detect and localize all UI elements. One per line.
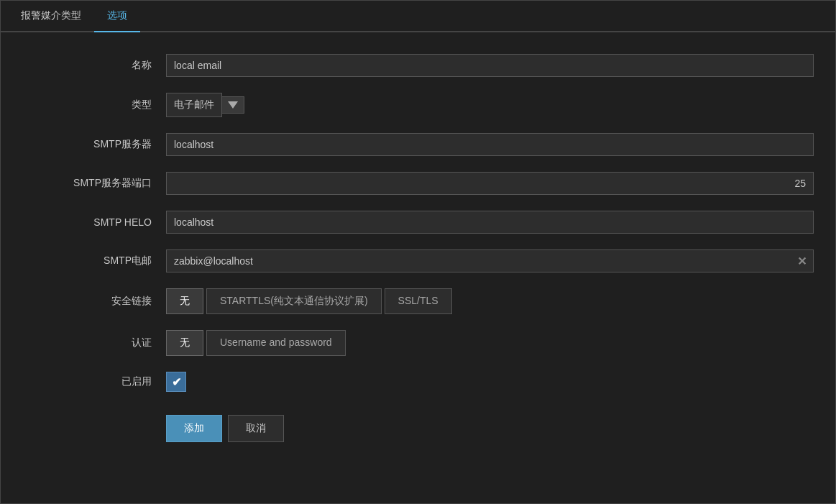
auth-field-wrapper: 无 Username and password [166,330,814,356]
dialog-container: 报警媒介类型 选项 名称 类型 电子邮件 [0,0,836,504]
enabled-checkbox[interactable]: ✔ [166,372,186,392]
enabled-row: 已启用 ✔ [1,372,835,392]
smtp-email-label: SMTP电邮 [22,255,166,267]
email-input-wrapper: ✕ [166,249,814,272]
checkmark-icon: ✔ [172,375,181,389]
name-label: 名称 [22,59,166,72]
smtp-server-field-wrapper [166,133,814,156]
clear-email-icon[interactable]: ✕ [797,255,807,268]
name-field-wrapper [166,54,814,77]
security-label: 安全链接 [22,295,166,308]
smtp-helo-label: SMTP HELO [22,216,166,228]
auth-radio-group: 无 Username and password [166,330,814,356]
smtp-server-label: SMTP服务器 [22,138,166,151]
smtp-email-field-wrapper: ✕ [166,249,814,272]
enabled-checkbox-wrapper: ✔ [166,372,814,392]
name-input[interactable] [166,54,814,77]
security-row: 安全链接 无 STARTTLS(纯文本通信协议扩展) SSL/TLS [1,288,835,314]
security-option-none[interactable]: 无 [166,288,203,314]
security-option-ssltls[interactable]: SSL/TLS [385,288,452,314]
action-buttons: 添加 取消 [166,415,814,442]
type-row: 类型 电子邮件 [1,93,835,117]
add-button[interactable]: 添加 [166,415,222,442]
type-select-display: 电子邮件 [166,93,222,117]
type-label: 类型 [22,98,166,111]
buttons-wrapper: 添加 取消 [166,408,814,442]
type-field-wrapper: 电子邮件 [166,93,814,117]
cancel-button[interactable]: 取消 [228,415,284,442]
tab-options[interactable]: 选项 [94,1,140,32]
auth-label: 认证 [22,336,166,349]
auth-row: 认证 无 Username and password [1,330,835,356]
smtp-helo-input[interactable] [166,211,814,234]
security-field-wrapper: 无 STARTTLS(纯文本通信协议扩展) SSL/TLS [166,288,814,314]
smtp-port-label: SMTP服务器端口 [22,177,166,190]
enabled-field-wrapper: ✔ [166,372,814,392]
smtp-port-field-wrapper [166,172,814,195]
security-radio-group: 无 STARTTLS(纯文本通信协议扩展) SSL/TLS [166,288,814,314]
type-select-wrapper: 电子邮件 [166,93,814,117]
smtp-server-row: SMTP服务器 [1,133,835,156]
auth-option-none[interactable]: 无 [166,330,203,356]
name-row: 名称 [1,54,835,77]
security-option-starttls[interactable]: STARTTLS(纯文本通信协议扩展) [206,288,382,314]
smtp-email-row: SMTP电邮 ✕ [1,249,835,272]
buttons-row: 添加 取消 [1,408,835,442]
auth-option-userpass[interactable]: Username and password [206,330,346,356]
type-dropdown-button[interactable] [222,96,244,114]
smtp-email-input[interactable] [166,249,814,272]
smtp-helo-row: SMTP HELO [1,211,835,234]
form-content: 名称 类型 电子邮件 SMTP服务器 [1,32,835,480]
smtp-port-row: SMTP服务器端口 [1,172,835,195]
smtp-helo-field-wrapper [166,211,814,234]
tab-bar: 报警媒介类型 选项 [1,1,835,32]
smtp-port-input[interactable] [166,172,814,195]
smtp-server-input[interactable] [166,133,814,156]
enabled-label: 已启用 [22,375,166,388]
tab-media-type[interactable]: 报警媒介类型 [8,1,94,32]
svg-marker-0 [228,101,238,109]
